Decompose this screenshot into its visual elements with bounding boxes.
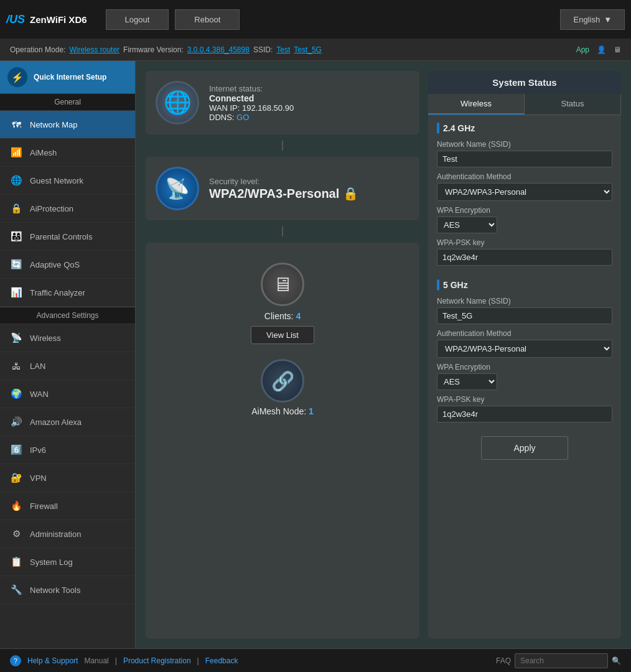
sidebar-item-network-tools[interactable]: 🔧Network Tools	[0, 576, 135, 604]
sidebar-label-aimesh: AiMesh	[30, 148, 57, 157]
sidebar-item-wireless[interactable]: 📡Wireless	[0, 324, 135, 352]
chevron-down-icon: ▼	[604, 15, 612, 24]
sidebar-item-ipv6[interactable]: 6️⃣IPv6	[0, 436, 135, 464]
language-selector[interactable]: English ▼	[560, 9, 625, 30]
auth-2g-select[interactable]: WPA2/WPA3-Personal WPA2-Personal WPA3-Pe…	[437, 183, 612, 201]
freq-bar-5g	[437, 279, 439, 291]
faq-area: FAQ 🔍	[496, 653, 621, 668]
internet-info: Internet status: Connected WAN IP: 192.1…	[209, 84, 409, 122]
help-icon: ?	[10, 655, 21, 666]
quick-setup-label: Quick Internet Setup	[34, 73, 106, 82]
firmware-value[interactable]: 3.0.0.4.386_45898	[187, 45, 250, 54]
search-icon[interactable]: 🔍	[612, 656, 621, 665]
sidebar-item-guest-network[interactable]: 🌐Guest Network	[0, 167, 135, 195]
aimesh-label: AiMesh Node: 1	[251, 406, 314, 416]
sidebar-label-system-log: System Log	[30, 558, 73, 567]
aimesh-card: 🔗 AiMesh Node: 1	[156, 359, 409, 416]
connector-2	[282, 226, 283, 236]
product-registration-link[interactable]: Product Registration	[123, 656, 191, 665]
brand-name: ZenWiFi XD6	[30, 14, 87, 25]
security-level-label: Security level:	[209, 177, 358, 186]
view-list-button[interactable]: View List	[251, 326, 314, 344]
user-icon[interactable]: 👤	[597, 45, 606, 54]
ssid-5g[interactable]: Test_5G	[294, 45, 322, 54]
wan-ip-value: 192.168.50.90	[242, 103, 294, 113]
general-section-label: General	[0, 93, 135, 111]
psk-5g-input[interactable]	[437, 406, 612, 422]
ddns-link[interactable]: GO	[236, 113, 249, 122]
operation-mode-value[interactable]: Wireless router	[69, 45, 119, 54]
sidebar-label-lan: LAN	[30, 362, 45, 371]
adaptive-qos-icon: 🔄	[9, 257, 24, 272]
sidebar-label-aiprotection: AiProtection	[30, 204, 73, 213]
enc-2g-select[interactable]: AES TKIP TKIP+AES	[437, 217, 497, 233]
network-tools-icon: 🔧	[9, 582, 24, 597]
clients-number: 4	[296, 311, 301, 321]
sidebar-item-wan[interactable]: 🌍WAN	[0, 380, 135, 408]
enc-5g-label: WPA Encryption	[437, 363, 612, 371]
sidebar-item-parental-controls[interactable]: 👨‍👩‍👧Parental Controls	[0, 223, 135, 251]
tab-wireless[interactable]: Wireless	[428, 94, 525, 114]
sidebar-label-network-tools: Network Tools	[30, 586, 80, 595]
ssid-2g[interactable]: Test	[276, 45, 290, 54]
sidebar-label-amazon-alexa: Amazon Alexa	[30, 418, 82, 427]
traffic-analyzer-icon: 📊	[9, 285, 24, 300]
app-label[interactable]: App	[576, 45, 589, 54]
ipv6-icon: 6️⃣	[9, 442, 24, 457]
advanced-section-label: Advanced Settings	[0, 307, 135, 324]
internet-status-value: Connected	[209, 93, 409, 103]
feedback-link[interactable]: Feedback	[205, 656, 238, 665]
parental-controls-icon: 👨‍👩‍👧	[9, 229, 24, 244]
ssid-5g-input[interactable]	[437, 307, 612, 324]
security-card: 📡 Security level: WPA2/WPA3-Personal 🔒	[146, 157, 419, 220]
sidebar-label-administration: Administration	[30, 530, 81, 539]
system-status-tabs: Wireless Status	[428, 94, 621, 115]
sidebar-label-parental-controls: Parental Controls	[30, 232, 92, 241]
sidebar-label-traffic-analyzer: Traffic Analyzer	[30, 288, 85, 297]
tab-status[interactable]: Status	[525, 94, 621, 114]
lock-icon: 🔒	[343, 187, 358, 200]
sidebar-label-network-map: Network Map	[30, 120, 78, 129]
ssid-2g-input[interactable]	[437, 151, 612, 167]
firmware-label: Firmware Version:	[123, 45, 184, 54]
sidebar-item-amazon-alexa[interactable]: 🔊Amazon Alexa	[0, 408, 135, 436]
psk-2g-label: WPA-PSK key	[437, 238, 612, 247]
help-support-link[interactable]: Help & Support	[27, 656, 78, 665]
display-icon[interactable]: 🖥	[614, 45, 621, 54]
sidebar-item-lan[interactable]: 🖧LAN	[0, 352, 135, 380]
ddns-label: DDNS:	[209, 113, 234, 122]
logout-button[interactable]: Logout	[106, 9, 169, 30]
main-layout: ⚡ Quick Internet Setup General 🗺Network …	[0, 61, 631, 648]
sidebar-item-administration[interactable]: ⚙Administration	[0, 520, 135, 548]
clients-card: 🖥 Clients: 4 View List	[156, 253, 409, 354]
auth-5g-select[interactable]: WPA2/WPA3-Personal WPA2-Personal WPA3-Pe…	[437, 340, 612, 358]
lan-icon: 🖧	[9, 358, 24, 373]
wan-icon: 🌍	[9, 386, 24, 401]
wan-ip-label: WAN IP:	[209, 103, 240, 113]
brand-logo: /US	[6, 13, 25, 26]
connector-1	[282, 141, 283, 151]
aimesh-icon: 🔗	[261, 359, 304, 403]
band-5g-section: 5 GHz Network Name (SSID) Authentication…	[437, 279, 612, 427]
sidebar-item-network-map[interactable]: 🗺Network Map	[0, 111, 135, 139]
sidebar-item-vpn[interactable]: 🔐VPN	[0, 464, 135, 492]
psk-2g-input[interactable]	[437, 249, 612, 266]
apply-button[interactable]: Apply	[481, 436, 568, 460]
sidebar-item-aimesh[interactable]: 📶AiMesh	[0, 139, 135, 167]
band-5g-label: 5 GHz	[437, 279, 612, 291]
sidebar-item-aiprotection[interactable]: 🔒AiProtection	[0, 195, 135, 223]
sidebar-label-ipv6: IPv6	[30, 446, 46, 455]
sidebar: ⚡ Quick Internet Setup General 🗺Network …	[0, 61, 136, 648]
sidebar-advanced: 📡Wireless🖧LAN🌍WAN🔊Amazon Alexa6️⃣IPv6🔐VP…	[0, 324, 135, 604]
sidebar-item-firewall[interactable]: 🔥Firewall	[0, 492, 135, 520]
reboot-button[interactable]: Reboot	[175, 9, 240, 30]
administration-icon: ⚙	[9, 526, 24, 541]
sidebar-item-adaptive-qos[interactable]: 🔄Adaptive QoS	[0, 251, 135, 279]
quick-internet-setup[interactable]: ⚡ Quick Internet Setup	[0, 61, 135, 93]
enc-5g-select[interactable]: AES TKIP TKIP+AES	[437, 373, 497, 390]
faq-search-input[interactable]	[515, 653, 608, 668]
sidebar-item-traffic-analyzer[interactable]: 📊Traffic Analyzer	[0, 279, 135, 307]
enc-2g-label: WPA Encryption	[437, 206, 612, 215]
sidebar-item-system-log[interactable]: 📋System Log	[0, 548, 135, 576]
security-level-value: WPA2/WPA3-Personal 🔒	[209, 186, 358, 201]
